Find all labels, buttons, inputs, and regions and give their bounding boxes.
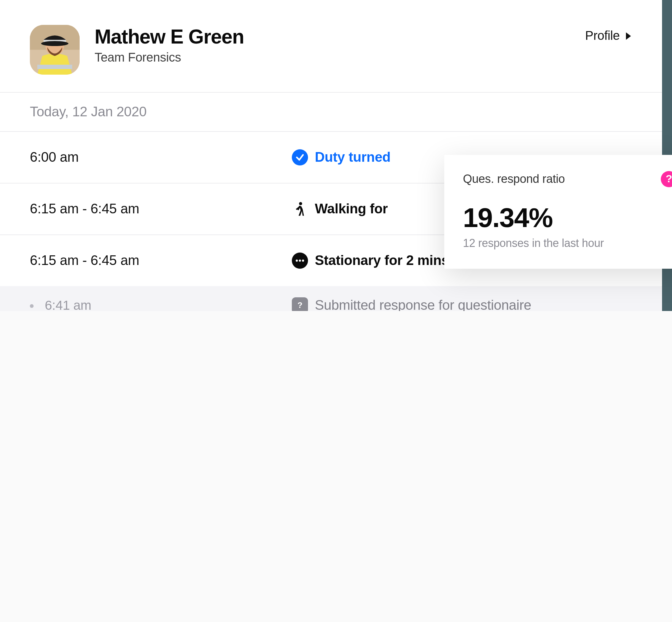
bullet-icon: [30, 305, 34, 308]
svg-point-9: [302, 260, 304, 262]
ellipsis-circle-icon: [292, 252, 308, 269]
time-label: 6:00 am: [30, 149, 285, 166]
svg-point-8: [299, 260, 301, 262]
time-label: 6:41 am: [30, 298, 285, 311]
check-circle-icon: [292, 149, 308, 166]
event-label: Stationary for 2 mins: [315, 252, 449, 269]
profile-header: Mathew E Green Team Forensics Profile: [0, 0, 662, 92]
svg-point-6: [299, 202, 302, 205]
event-label: Submitted response for questionaire: [315, 297, 531, 311]
user-team: Team Forensics: [95, 50, 244, 65]
respond-ratio-card: Ques. respond ratio ? 19.34% 12 response…: [444, 155, 672, 269]
profile-link-label: Profile: [585, 29, 620, 43]
card-title: Ques. respond ratio: [463, 172, 672, 186]
user-name: Mathew E Green: [95, 26, 244, 48]
event-label: Walking for: [315, 201, 388, 217]
chevron-right-icon: [625, 31, 632, 40]
card-value: 19.34%: [463, 202, 672, 233]
svg-text:?: ?: [297, 301, 302, 310]
question-square-icon: ?: [292, 297, 308, 311]
profile-link[interactable]: Profile: [585, 25, 632, 43]
svg-rect-2: [37, 65, 72, 69]
card-note: 12 responses in the last hour: [463, 237, 672, 250]
time-label: 6:15 am - 6:45 am: [30, 201, 285, 217]
event-label: Duty turned: [315, 149, 391, 166]
time-label: 6:15 am - 6:45 am: [30, 252, 285, 269]
date-heading: Today, 12 Jan 2020: [0, 92, 662, 132]
avatar[interactable]: [30, 25, 80, 75]
svg-point-7: [296, 260, 298, 262]
svg-point-5: [41, 41, 68, 46]
timeline-row-questionnaire[interactable]: 6:41 am ? Submitted response for questio…: [0, 286, 662, 311]
walking-icon: [292, 201, 308, 217]
